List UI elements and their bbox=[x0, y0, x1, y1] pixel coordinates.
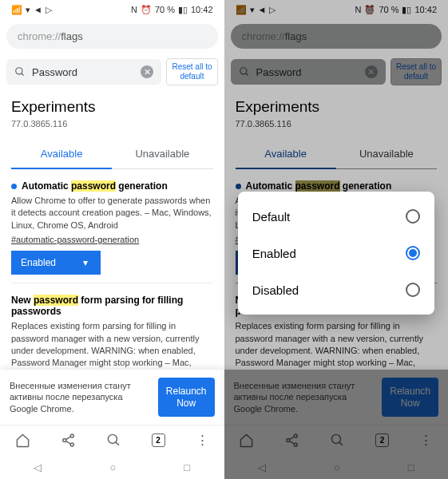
tab-unavailable[interactable]: Unavailable bbox=[112, 140, 212, 169]
tab-available[interactable]: Available bbox=[11, 140, 112, 169]
flag-description: Allow Chrome to offer to generate passwo… bbox=[11, 195, 213, 232]
radio-icon bbox=[406, 209, 420, 224]
version-text: 77.0.3865.116 bbox=[11, 119, 213, 129]
svg-line-8 bbox=[116, 442, 119, 445]
home-nav-icon[interactable]: ○ bbox=[109, 461, 116, 473]
back-icon[interactable]: ◁ bbox=[34, 461, 42, 473]
flag-title: Automatic password generation bbox=[22, 180, 168, 192]
relaunch-message: Внесенные изменения станут активны после… bbox=[10, 380, 150, 414]
recents-icon[interactable]: □ bbox=[184, 461, 190, 473]
radio-selected-icon bbox=[406, 246, 420, 260]
signal-icon: 📶 bbox=[11, 5, 22, 15]
send-icon: ◄ bbox=[34, 5, 42, 14]
play-icon: ▷ bbox=[46, 5, 52, 15]
option-disabled[interactable]: Disabled bbox=[238, 271, 434, 308]
battery-text: 70 % bbox=[155, 5, 175, 14]
url-scheme: chrome:// bbox=[18, 30, 61, 42]
tabs-icon[interactable]: 2 bbox=[152, 433, 165, 447]
nfc-icon: N bbox=[131, 5, 137, 14]
home-icon[interactable] bbox=[15, 433, 30, 448]
svg-point-0 bbox=[16, 68, 22, 74]
svg-point-7 bbox=[108, 434, 117, 443]
system-nav-bar: ◁ ○ □ bbox=[0, 455, 224, 479]
alarm-icon: ⏰ bbox=[141, 5, 152, 15]
clock: 10:42 bbox=[191, 5, 213, 14]
chrome-toolbar: 2 ⋮ bbox=[0, 425, 224, 455]
omnibox[interactable]: chrome://flags bbox=[6, 24, 218, 49]
svg-line-1 bbox=[22, 73, 24, 76]
modified-dot-icon bbox=[11, 184, 17, 189]
svg-line-5 bbox=[65, 437, 70, 440]
option-default[interactable]: Default bbox=[238, 198, 434, 235]
search-value: Password bbox=[32, 66, 134, 78]
page-title: Experiments bbox=[11, 98, 213, 116]
search-toolbar-icon[interactable] bbox=[106, 433, 121, 448]
left-screenshot: 📶 ▾ ◄ ▷ N ⏰ 70 % ▮▯ 10:42 chrome://flags… bbox=[0, 0, 224, 479]
select-dialog: Default Enabled Disabled bbox=[238, 192, 434, 315]
menu-icon[interactable]: ⋮ bbox=[196, 432, 209, 449]
battery-icon: ▮▯ bbox=[178, 5, 188, 15]
clear-icon[interactable]: ✕ bbox=[141, 65, 153, 78]
url-path: flags bbox=[61, 30, 82, 42]
search-icon bbox=[14, 66, 26, 77]
relaunch-bar: Внесенные изменения станут активны после… bbox=[0, 370, 224, 425]
reset-button[interactable]: Reset all to default bbox=[166, 58, 217, 85]
relaunch-button[interactable]: Relaunch Now bbox=[158, 378, 215, 417]
select-dialog-overlay[interactable]: Default Enabled Disabled bbox=[224, 0, 449, 479]
option-enabled[interactable]: Enabled bbox=[238, 235, 434, 271]
share-icon[interactable] bbox=[61, 433, 76, 448]
flag-anchor-link[interactable]: #automatic-password-generation bbox=[11, 235, 213, 244]
search-input[interactable]: Password ✕ bbox=[6, 59, 161, 85]
flag-title: New password form parsing for filling pa… bbox=[11, 295, 213, 317]
status-bar: 📶 ▾ ◄ ▷ N ⏰ 70 % ▮▯ 10:42 bbox=[0, 0, 224, 19]
flag-select[interactable]: Enabled ▾ bbox=[11, 251, 101, 275]
flag-automatic-password-generation: Automatic password generation Allow Chro… bbox=[11, 169, 213, 283]
radio-icon bbox=[406, 283, 420, 297]
svg-line-6 bbox=[65, 441, 70, 444]
chevron-down-icon: ▾ bbox=[80, 257, 91, 268]
wifi-icon: ▾ bbox=[26, 5, 30, 15]
